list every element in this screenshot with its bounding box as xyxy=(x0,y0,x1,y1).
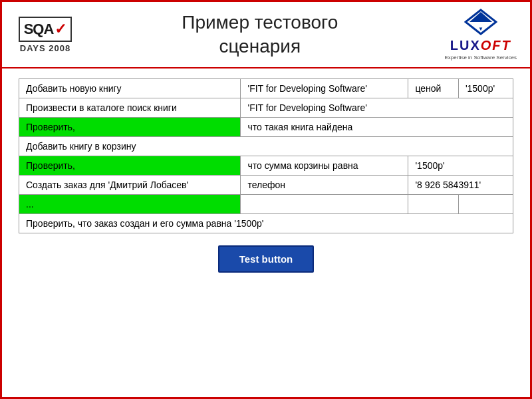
table-row: Создать заказ для 'Дмитрий Лобасев' теле… xyxy=(19,176,513,195)
table-cell xyxy=(458,195,513,214)
table-cell: Добавить книгу в корзину xyxy=(19,137,513,156)
table-cell: Добавить новую книгу xyxy=(19,79,241,98)
days-label: DAYS 2008 xyxy=(20,43,70,53)
content-area: Добавить новую книгу 'FIT for Developing… xyxy=(2,68,530,397)
sqa-text: SQA xyxy=(24,21,54,38)
table-cell-highlight: Проверить, xyxy=(19,118,241,137)
test-button-container: Test button xyxy=(19,240,513,278)
table-cell xyxy=(408,195,458,214)
table-cell: Создать заказ для 'Дмитрий Лобасев' xyxy=(19,176,241,195)
table-cell: 'FIT for Developing Software' xyxy=(241,79,408,98)
table-cell: телефон xyxy=(241,176,408,195)
table-cell: 'FIT for Developing Software' xyxy=(241,98,513,118)
test-button[interactable]: Test button xyxy=(218,245,315,273)
header: SQA ✓ DAYS 2008 Пример тестового сценари… xyxy=(2,2,530,68)
table-cell: ценой xyxy=(408,79,458,98)
table-cell: что такая книга найдена xyxy=(241,118,513,137)
oft-text: OFT xyxy=(481,38,511,53)
table-row: Проверить, что такая книга найдена xyxy=(19,118,513,137)
luxoft-tagline: Expertise in Software Services xyxy=(445,55,517,61)
table-row: Добавить книгу в корзину xyxy=(19,137,513,156)
sqa-box: SQA ✓ xyxy=(19,17,72,42)
slide-title: Пример тестового сценария xyxy=(75,11,445,59)
table-cell-highlight: Проверить, xyxy=(19,156,241,176)
luxoft-logo: ▼ LUXOFT Expertise in Software Services xyxy=(445,9,517,61)
table-row: Проверить, что сумма корзины равна '1500… xyxy=(19,156,513,176)
table-cell: '8 926 5843911' xyxy=(408,176,513,195)
slide: SQA ✓ DAYS 2008 Пример тестового сценари… xyxy=(0,0,532,399)
table-row: Произвести в каталоге поиск книги 'FIT f… xyxy=(19,98,513,118)
table-cell: что сумма корзины равна xyxy=(241,156,408,176)
sqa-bird-icon: ✓ xyxy=(55,21,66,38)
table-row: Добавить новую книгу 'FIT for Developing… xyxy=(19,79,513,98)
luxoft-chevron-svg: ▼ xyxy=(464,9,497,35)
table-cell: Произвести в каталоге поиск книги xyxy=(19,98,241,118)
table-row: Проверить, что заказ создан и его сумма … xyxy=(19,214,513,233)
table-cell: Проверить, что заказ создан и его сумма … xyxy=(19,214,513,233)
table-cell xyxy=(241,195,408,214)
scenario-table: Добавить новую книгу 'FIT for Developing… xyxy=(19,78,513,233)
luxoft-diamond-icon: ▼ xyxy=(464,9,497,35)
table-row: ... xyxy=(19,195,513,214)
table-cell: '1500р' xyxy=(408,156,513,176)
table-cell-highlight: ... xyxy=(19,195,241,214)
table-cell: '1500р' xyxy=(458,79,513,98)
lux-text: LUX xyxy=(450,38,481,53)
sqa-logo: SQA ✓ DAYS 2008 xyxy=(15,17,75,53)
title-area: Пример тестового сценария xyxy=(75,11,445,59)
svg-text:▼: ▼ xyxy=(478,26,483,32)
luxoft-wordmark: LUXOFT xyxy=(450,38,511,53)
